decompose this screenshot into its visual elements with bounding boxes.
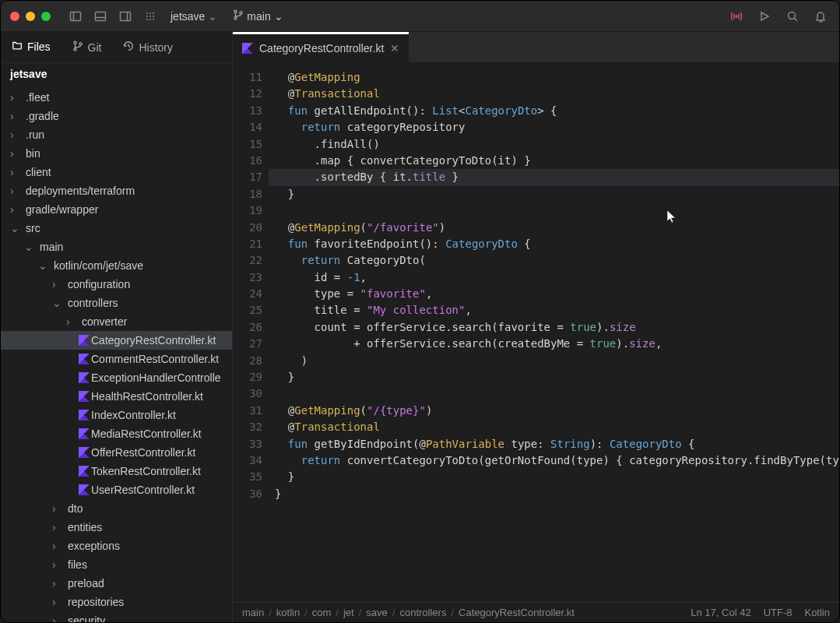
code-line[interactable]: } bbox=[269, 369, 839, 385]
notifications-icon[interactable] bbox=[811, 7, 830, 26]
file-tree[interactable]: ›.fleet›.gradle›.run›bin›client›deployme… bbox=[1, 85, 232, 622]
tree-node[interactable]: ›entities bbox=[1, 518, 232, 537]
panel-bottom-icon[interactable] bbox=[91, 7, 110, 26]
tree-node[interactable]: ⌄src bbox=[1, 219, 232, 238]
kotlin-file-icon bbox=[77, 372, 91, 383]
breadcrumb-separator: / bbox=[392, 607, 395, 618]
line-number-gutter: 1112131415161718192021222324252627282930… bbox=[233, 63, 269, 602]
cursor-position[interactable]: Ln 17, Col 42 bbox=[691, 607, 750, 618]
file-language[interactable]: Kotlin bbox=[804, 607, 830, 618]
code-line[interactable]: .findAll() bbox=[269, 136, 839, 153]
code-line[interactable]: title = "My collection", bbox=[269, 302, 839, 319]
tree-node[interactable]: ›exceptions bbox=[1, 537, 232, 555]
editor-content[interactable]: 1112131415161718192021222324252627282930… bbox=[233, 63, 839, 602]
grid-icon[interactable] bbox=[141, 7, 160, 26]
code-line[interactable]: } bbox=[269, 469, 839, 485]
tree-node[interactable]: IndexController.kt bbox=[1, 406, 232, 424]
code-line[interactable]: @GetMapping bbox=[269, 69, 839, 86]
search-icon[interactable] bbox=[783, 7, 802, 26]
code-line[interactable]: @GetMapping("/favorite") bbox=[269, 220, 839, 236]
code-line[interactable] bbox=[269, 385, 839, 402]
code-line[interactable]: } bbox=[269, 486, 839, 502]
svg-point-6 bbox=[146, 12, 148, 14]
tree-node[interactable]: OfferRestController.kt bbox=[1, 443, 232, 462]
tree-node[interactable]: CategoryRestController.kt bbox=[1, 331, 232, 350]
run-icon[interactable] bbox=[755, 7, 774, 26]
tree-node-label: IndexController.kt bbox=[91, 409, 176, 421]
code-line[interactable]: fun getByIdEndpoint(@PathVariable type: … bbox=[269, 436, 839, 452]
window-maximize-button[interactable] bbox=[41, 12, 51, 21]
code-line[interactable]: @Transactional bbox=[269, 86, 839, 102]
tree-node[interactable]: ›bin bbox=[1, 144, 232, 163]
kotlin-file-icon bbox=[242, 43, 253, 54]
tree-node[interactable]: ›converter bbox=[1, 312, 232, 331]
breadcrumb-segment[interactable]: controllers bbox=[399, 607, 446, 618]
window-close-button[interactable] bbox=[10, 12, 19, 21]
breadcrumb-segment[interactable]: kotlin bbox=[276, 607, 300, 618]
breadcrumb-segment[interactable]: jet bbox=[343, 607, 354, 618]
breadcrumb-segment[interactable]: main bbox=[242, 607, 264, 618]
tree-node[interactable]: ›dto bbox=[1, 499, 232, 518]
close-tab-icon[interactable]: ✕ bbox=[390, 42, 399, 55]
tree-node[interactable]: CommentRestController.kt bbox=[1, 350, 232, 368]
tree-node[interactable]: ⌄kotlin/com/jet/save bbox=[1, 256, 232, 275]
panel-right-icon[interactable] bbox=[116, 7, 135, 26]
code-line[interactable] bbox=[269, 202, 839, 219]
tree-node-label: OfferRestController.kt bbox=[91, 446, 195, 459]
tree-node[interactable]: ›files bbox=[1, 555, 232, 574]
tree-node[interactable]: ›.fleet bbox=[1, 88, 232, 107]
tree-node[interactable]: ›deployments/terraform bbox=[1, 181, 232, 200]
panel-left-icon[interactable] bbox=[66, 7, 85, 26]
project-selector[interactable]: jetsave ⌄ bbox=[166, 9, 222, 24]
tree-node[interactable]: HealthRestController.kt bbox=[1, 387, 232, 406]
tree-node[interactable]: ›configuration bbox=[1, 275, 232, 294]
code-line[interactable]: return convertCategoryToDto(getOrNotFoun… bbox=[269, 452, 839, 469]
svg-point-14 bbox=[153, 19, 154, 20]
sidebar-tab-files[interactable]: Files bbox=[1, 32, 62, 62]
tree-node[interactable]: ›gradle/wrapper bbox=[1, 200, 232, 219]
editor-tab-active[interactable]: CategoryRestController.kt ✕ bbox=[233, 32, 409, 62]
sidebar-tab-git[interactable]: Git bbox=[62, 32, 113, 62]
code-line[interactable]: .map { convertCategoryToDto(it) } bbox=[269, 153, 839, 169]
branch-selector[interactable]: main ⌄ bbox=[228, 8, 287, 24]
code-line[interactable]: ) bbox=[269, 353, 839, 369]
code-line[interactable]: return categoryRepository bbox=[269, 119, 839, 136]
tree-node[interactable]: ›client bbox=[1, 163, 232, 181]
code-line[interactable]: id = -1, bbox=[269, 269, 839, 286]
breadcrumb[interactable]: main/kotlin/com/jet/save/controllers/Cat… bbox=[242, 607, 575, 618]
broadcast-icon[interactable] bbox=[727, 7, 746, 26]
sidebar-tab-history[interactable]: History bbox=[112, 32, 184, 62]
window-minimize-button[interactable] bbox=[26, 12, 35, 21]
breadcrumb-segment[interactable]: save bbox=[366, 607, 387, 618]
svg-rect-4 bbox=[121, 12, 131, 20]
code-line[interactable]: type = "favorite", bbox=[269, 286, 839, 302]
svg-point-15 bbox=[234, 10, 237, 12]
code-area[interactable]: @GetMapping @Transactional fun getAllEnd… bbox=[269, 63, 839, 602]
tree-node[interactable]: TokenRestController.kt bbox=[1, 462, 232, 480]
code-line[interactable]: + offerService.search(createdByMe = true… bbox=[269, 336, 839, 352]
tree-node[interactable]: ⌄controllers bbox=[1, 294, 232, 312]
code-line[interactable]: return CategoryDto( bbox=[269, 252, 839, 269]
code-line[interactable]: fun getAllEndpoint(): List<CategoryDto> … bbox=[269, 103, 839, 119]
tree-node[interactable]: MediaRestController.kt bbox=[1, 424, 232, 443]
breadcrumb-segment[interactable]: CategoryRestController.kt bbox=[459, 607, 575, 618]
tree-node[interactable]: ›repositories bbox=[1, 593, 232, 611]
breadcrumb-segment[interactable]: com bbox=[312, 607, 332, 618]
file-encoding[interactable]: UTF-8 bbox=[764, 607, 793, 618]
tree-node[interactable]: ›.gradle bbox=[1, 107, 232, 125]
code-line[interactable]: @Transactional bbox=[269, 419, 839, 435]
tree-node[interactable]: ›preload bbox=[1, 574, 232, 593]
tree-node[interactable]: UserRestController.kt bbox=[1, 480, 232, 499]
tree-node[interactable]: ⌄main bbox=[1, 238, 232, 256]
tree-node-label: main bbox=[40, 241, 63, 253]
tree-node[interactable]: ›security bbox=[1, 611, 232, 622]
code-line[interactable]: fun favoriteEndpoint(): CategoryDto { bbox=[269, 236, 839, 252]
tree-node[interactable]: ›.run bbox=[1, 125, 232, 144]
svg-point-12 bbox=[146, 19, 148, 20]
code-line[interactable]: } bbox=[269, 186, 839, 202]
code-line[interactable]: .sortedBy { it.title } bbox=[269, 169, 839, 185]
code-line[interactable]: @GetMapping("/{type}") bbox=[269, 403, 839, 419]
tree-node-label: UserRestController.kt bbox=[91, 484, 195, 496]
tree-node[interactable]: ExceptionHandlerControlle bbox=[1, 368, 232, 387]
code-line[interactable]: count = offerService.search(favorite = t… bbox=[269, 319, 839, 336]
